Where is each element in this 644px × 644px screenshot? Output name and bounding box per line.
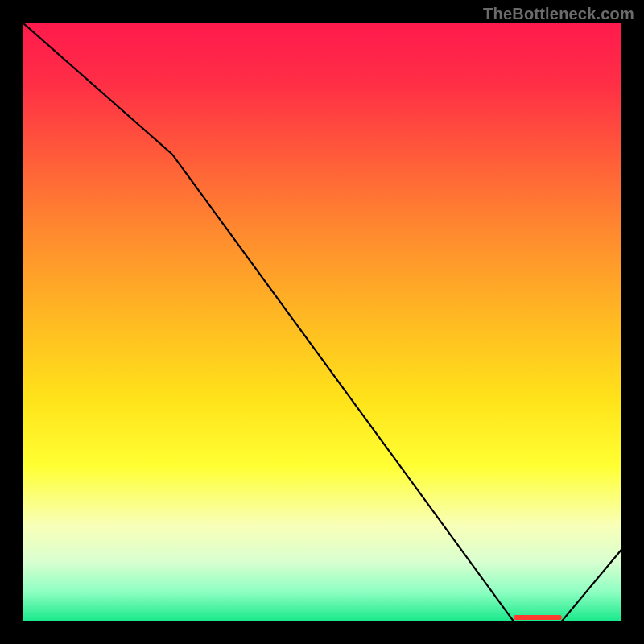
frame-bottom <box>0 621 644 644</box>
frame-right <box>621 0 644 644</box>
bottleneck-chart <box>0 0 644 644</box>
plot-background <box>23 23 621 621</box>
optimal-marker <box>514 615 562 620</box>
frame-left <box>0 0 23 644</box>
watermark-text: TheBottleneck.com <box>483 5 634 23</box>
chart-stage: TheBottleneck.com <box>0 0 644 644</box>
